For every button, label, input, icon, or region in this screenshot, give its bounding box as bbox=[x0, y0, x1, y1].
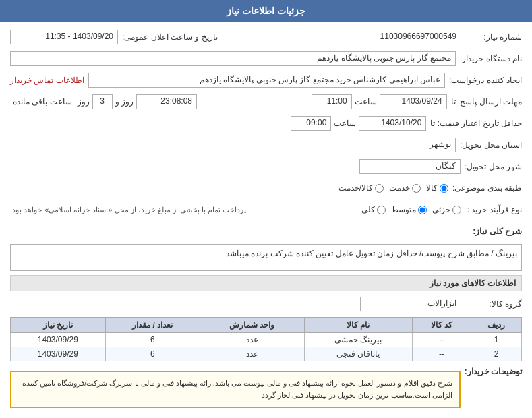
hadaghal-date: 1403/10/20 bbox=[381, 118, 421, 127]
col-vahedShomaresh: واحد شمارش bbox=[200, 318, 304, 333]
row-noePardakht: نوع فرآیند خرید : جزئی متوسط کلی پرداخت … bbox=[10, 201, 522, 218]
radio-koli-input[interactable] bbox=[377, 206, 386, 214]
col-tedad: تعداد / مقدار bbox=[105, 318, 200, 333]
shahr-field: کنگان bbox=[359, 159, 461, 174]
geroheKala-label: گروه کالا: bbox=[461, 299, 522, 309]
cell-radif: 1 bbox=[471, 333, 522, 347]
row-geroheKala: گروه کالا: ابزارآلات bbox=[10, 295, 522, 313]
sharh-field: بیرینگ / مطابق شرح پیوست/ حداقل زمان تحو… bbox=[10, 244, 522, 271]
ijadKonande-field: عباس ابراهیمی کارشناس خرید مجتمع گاز پار… bbox=[88, 73, 445, 88]
row-ijadKonande: ایجاد کننده درخواست: عباس ابراهیمی کارشن… bbox=[10, 71, 522, 89]
radio-kala[interactable]: کالا bbox=[426, 183, 448, 193]
ostan-value: بوشهر bbox=[430, 140, 451, 149]
cell-kodKala: -- bbox=[412, 347, 471, 361]
kala-section-title: اطلاعات کالاهای مورد نیاز bbox=[10, 275, 522, 291]
geroheKala-value: ابزارآلات bbox=[427, 299, 456, 308]
kala-table: ردیف کد کالا نام کالا واحد شمارش تعداد /… bbox=[10, 317, 522, 361]
mohlat-label: مهلت ارسال پاسخ: تا bbox=[447, 97, 522, 107]
col-taarikh: تاریخ نیاز bbox=[11, 318, 106, 333]
table-row: 1--بیرینگ خمشیعدد61403/09/29 bbox=[11, 333, 522, 347]
cell-namKala: بیرینگ خمشی bbox=[304, 333, 412, 347]
namDastgah-field: مجتمع گاز پارس جنوبی پالایشگاه یازدهم bbox=[10, 51, 456, 66]
radio-kala-label: کالا bbox=[426, 183, 438, 193]
row-mohlat: مهلت ارسال پاسخ: تا 1403/09/24 ساعت 11:0… bbox=[10, 93, 522, 111]
row-namDastgah: نام دستگاه خریدار: مجتمع گاز پارس جنوبی … bbox=[10, 50, 522, 67]
cell-kodKala: -- bbox=[412, 333, 471, 347]
etelaatTamas-link[interactable]: اطلاعات تماس خریدار bbox=[10, 76, 84, 85]
row-shomareNiaz: شماره نیاز: 11030966697000549 تاریخ و سا… bbox=[10, 28, 522, 46]
main-container: جزئیات اطلاعات نیاز شماره نیاز: 11030966… bbox=[0, 0, 532, 418]
sharh-container: بیرینگ / مطابق شرح پیوست/ حداقل زمان تحو… bbox=[10, 244, 522, 271]
ijadKonande-label: ایجاد کننده درخواست: bbox=[445, 76, 522, 85]
shomareNiaz-field: 11030966697000549 bbox=[347, 30, 461, 44]
mohlat-time-field: 11:00 bbox=[312, 94, 352, 109]
table-row: 2--یاتاقان فنجیعدد61403/09/29 bbox=[11, 347, 522, 361]
mohlat-date: 1403/09/24 bbox=[402, 96, 442, 106]
radio-jazee[interactable]: جزئی bbox=[432, 205, 461, 214]
cell-vahedShomaresh: عدد bbox=[200, 333, 304, 347]
ostan-field: بوشهر bbox=[355, 138, 456, 152]
radio-jazee-input[interactable] bbox=[452, 206, 461, 214]
radio-kalaKhadamat-input[interactable] bbox=[375, 184, 384, 193]
namDastgah-value: مجتمع گاز پارس جنوبی پالایشگاه یازدهم bbox=[317, 53, 451, 63]
row-tazihaat: توضیحات خریدار: شرح دقیق اقلام و دستور ا… bbox=[10, 367, 522, 412]
geroheKala-field: ابزارآلات bbox=[360, 297, 461, 311]
saat-label: ساعت bbox=[352, 97, 380, 107]
radio-motawaset-input[interactable] bbox=[418, 206, 427, 214]
noePardakht-label: نوع فرآیند خرید : bbox=[461, 205, 522, 214]
row-ostan: استان محل تحویل: بوشهر bbox=[10, 136, 522, 154]
mohlat-roz-field: 3 bbox=[92, 94, 113, 109]
hadaghal-saat-label: ساعت bbox=[331, 119, 359, 128]
shahr-label: شهر محل تحویل: bbox=[461, 162, 522, 171]
radio-koli[interactable]: کلی bbox=[361, 205, 386, 214]
table-header-row: ردیف کد کالا نام کالا واحد شمارش تعداد /… bbox=[11, 318, 522, 333]
radio-khadamat[interactable]: خدمت bbox=[389, 183, 421, 193]
ijadKonande-value: عباس ابراهیمی کارشناس خرید مجتمع گاز پار… bbox=[200, 75, 440, 84]
cell-taarikhNiaz: 1403/09/29 bbox=[11, 347, 106, 361]
kala-table-container: ردیف کد کالا نام کالا واحد شمارش تعداد /… bbox=[10, 317, 522, 361]
cell-radif: 2 bbox=[471, 347, 522, 361]
sharh-value: بیرینگ / مطابق شرح پیوست/ حداقل زمان تحو… bbox=[226, 249, 517, 258]
radio-kala-input[interactable] bbox=[440, 184, 448, 193]
ostan-label: استان محل تحویل: bbox=[456, 140, 522, 150]
noePardakht-note: پرداخت تمام با بخشی از مبلغ خرید، از محل… bbox=[10, 206, 246, 214]
tarikh-label: تاریخ و ساعت اعلان عمومی: bbox=[118, 32, 218, 42]
tazihaat-label: توضیحات خریدار: bbox=[461, 367, 522, 376]
hadaghal-label: حداقل تاریخ اعتبار قیمت: تا bbox=[426, 119, 522, 128]
roz-label: روز bbox=[75, 97, 92, 107]
tarikh-field: 1403/09/20 - 11:35 bbox=[10, 30, 118, 44]
noe-radio-group: جزئی متوسط کلی bbox=[361, 205, 461, 214]
col-kodKala: کد کالا bbox=[412, 318, 471, 333]
hadaghal-time: 09:00 bbox=[306, 118, 326, 127]
cell-tedad: 6 bbox=[105, 333, 200, 347]
radio-khadamat-label: خدمت bbox=[389, 183, 410, 193]
radio-motawaset[interactable]: متوسط bbox=[391, 205, 427, 214]
shomareNiaz-value: 11030966697000549 bbox=[380, 32, 456, 41]
mohlat-saat: 23:08:08 bbox=[160, 96, 192, 106]
hadaghal-time-field: 09:00 bbox=[291, 116, 331, 131]
cell-namKala: یاتاقان فنجی bbox=[304, 347, 412, 361]
radio-kalaKhadamat[interactable]: کالا/خدمت bbox=[338, 183, 384, 193]
col-namKala: نام کالا bbox=[304, 318, 412, 333]
row-shahr: شهر محل تحویل: کنگان bbox=[10, 158, 522, 175]
saat-baqi-label: ساعت باقی مانده bbox=[10, 97, 75, 107]
sharh-label: شرح کلی نیاز: bbox=[461, 227, 522, 236]
radio-koli-label: کلی bbox=[361, 205, 375, 214]
tazihaat-value: شرح دقیق اقلام و دستور العمل نحوه ارائه … bbox=[22, 379, 452, 399]
tarikh-value: 1403/09/20 - 11:35 bbox=[45, 32, 113, 41]
row-hadaghal: حداقل تاریخ اعتبار قیمت: تا 1403/10/20 س… bbox=[10, 115, 522, 132]
namDastgah-label: نام دستگاه خریدار: bbox=[456, 54, 522, 63]
radio-motawaset-label: متوسط bbox=[391, 205, 416, 214]
header-title: جزئیات اطلاعات نیاز bbox=[227, 5, 305, 16]
roz-va-label: روز و bbox=[113, 97, 136, 107]
tazihaat-box: شرح دقیق اقلام و دستور العمل نحوه ارائه … bbox=[10, 371, 461, 408]
radio-kalaKhadamat-label: کالا/خدمت bbox=[338, 183, 373, 193]
mohlat-time: 11:00 bbox=[327, 96, 347, 106]
cell-vahedShomaresh: عدد bbox=[200, 347, 304, 361]
page-header: جزئیات اطلاعات نیاز bbox=[0, 0, 532, 22]
shahr-value: کنگان bbox=[436, 161, 456, 171]
radio-khadamat-input[interactable] bbox=[412, 184, 421, 193]
tabaghe-radio-group: کالا خدمت کالا/خدمت bbox=[338, 183, 448, 193]
mohlat-roz: 3 bbox=[100, 96, 105, 106]
cell-taarikhNiaz: 1403/09/29 bbox=[11, 333, 106, 347]
